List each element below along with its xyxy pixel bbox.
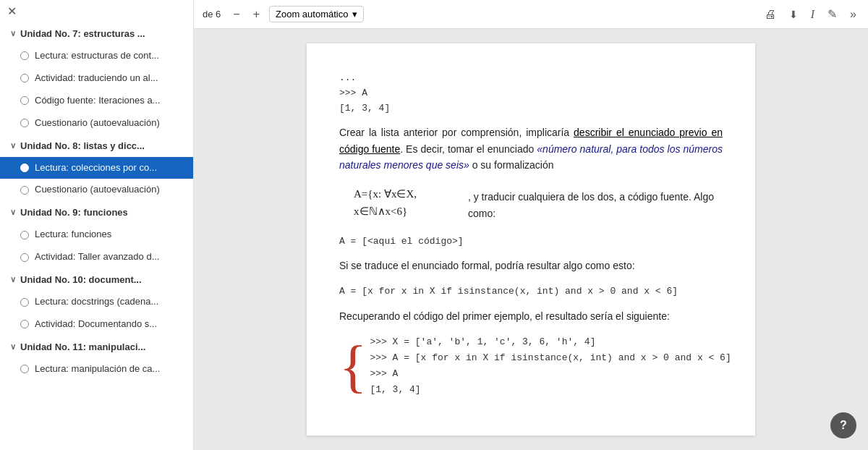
chevron-icon: ∨ <box>10 208 16 217</box>
paragraph-2: Si se traduce el enunciado formal, podrí… <box>339 258 723 273</box>
item-circle-icon <box>20 365 29 373</box>
sidebar-item-7-3[interactable]: Código fuente: Iteraciones a... <box>0 90 193 112</box>
item-label: Actividad: Documentando s... <box>35 318 157 331</box>
item-label: Actividad: traduciendo un al... <box>35 72 158 85</box>
item-label: Lectura: funciones <box>35 229 111 241</box>
zoom-label: Zoom automático <box>276 9 348 20</box>
sidebar-item-11-1[interactable]: Lectura: manipulación de ca... <box>0 358 193 381</box>
code-block-1: ... >>> A [1, 3, 4] <box>339 71 723 116</box>
sidebar-unit-7[interactable]: ∨ Unidad No. 7: estructuras ... <box>0 22 193 45</box>
item-label: Actividad: Taller avanzado d... <box>35 251 159 263</box>
sidebar-item-9-2[interactable]: Actividad: Taller avanzado d... <box>0 246 193 268</box>
item-circle-icon <box>20 186 29 195</box>
sidebar-unit-9[interactable]: ∨ Unidad No. 9: funciones <box>0 201 193 224</box>
sidebar-item-10-2[interactable]: Actividad: Documentando s... <box>0 313 193 336</box>
sidebar-item-10-1[interactable]: Lectura: docstrings (cadena... <box>0 291 193 313</box>
sidebar: ✕ ∨ Unidad No. 7: estructuras ... Lectur… <box>0 0 194 450</box>
sidebar-item-7-4[interactable]: Cuestionario (autoevaluación) <box>0 112 193 135</box>
brace-block: { >>> X = ['a', 'b', 1, 'c', 3, 6, 'h', … <box>339 334 723 398</box>
para1-after: . Es decir, tomar el enunciado <box>400 143 537 155</box>
item-label: Lectura: colecciones por co... <box>35 162 157 174</box>
unit-10-label: Unidad No. 10: document... <box>20 274 142 285</box>
item-circle-icon <box>20 96 29 105</box>
chevron-icon: ∨ <box>10 342 16 352</box>
brace-code: >>> X = ['a', 'b', 1, 'c', 3, 6, 'h', 4]… <box>370 334 731 398</box>
chevron-down-icon: ▾ <box>352 9 357 20</box>
item-label: Lectura: estructuras de cont... <box>35 50 159 62</box>
download-icon[interactable]: ⬇ <box>786 7 801 22</box>
expand-icon[interactable]: » <box>847 7 859 22</box>
content-area[interactable]: ... >>> A [1, 3, 4] Crear la lista anter… <box>194 29 868 450</box>
item-circle-icon <box>20 298 29 307</box>
zoom-in-button[interactable]: + <box>250 7 263 22</box>
print-icon[interactable]: 🖨 <box>762 7 779 22</box>
zoom-select[interactable]: Zoom automático ▾ <box>269 6 364 22</box>
help-label: ? <box>840 419 847 432</box>
formula-rest: , y traducir cualquiera de los dos, a có… <box>468 189 723 221</box>
chevron-icon: ∨ <box>10 141 16 150</box>
item-label: Código fuente: Iteraciones a... <box>35 95 160 107</box>
math-formula: A={x: ∀x∈X, x∈ℕ∧x<6} <box>354 185 464 220</box>
code-block-3: A = [x for x in X if isinstance(x, int) … <box>339 284 723 300</box>
item-circle-icon <box>20 51 29 60</box>
sidebar-item-8-1[interactable]: Lectura: colecciones por co... <box>0 157 193 179</box>
sidebar-unit-8[interactable]: ∨ Unidad No. 8: listas y dicc... <box>0 135 193 157</box>
sidebar-item-7-1[interactable]: Lectura: estructuras de cont... <box>0 45 193 67</box>
edit-icon[interactable]: ✎ <box>825 6 840 22</box>
text-tool-icon[interactable]: I <box>808 7 817 22</box>
code-block-2: A = [<aqui el código>] <box>339 234 723 250</box>
chevron-icon: ∨ <box>10 29 16 38</box>
item-circle-icon <box>20 253 29 262</box>
unit-8-label: Unidad No. 8: listas y dicc... <box>20 140 145 151</box>
item-circle-icon <box>20 320 29 328</box>
item-circle-icon <box>20 231 29 239</box>
item-circle-icon <box>20 164 29 172</box>
page-document: ... >>> A [1, 3, 4] Crear la lista anter… <box>307 43 755 436</box>
close-sidebar-button[interactable]: ✕ <box>0 0 193 22</box>
zoom-out-button[interactable]: − <box>229 7 243 22</box>
paragraph-3: Recuperando el código del primer ejemplo… <box>339 308 723 324</box>
unit-9-label: Unidad No. 9: funciones <box>20 207 128 218</box>
paragraph-1: Crear la lista anterior por comprensión,… <box>339 124 723 173</box>
para1-before: Crear la lista anterior por comprensión,… <box>339 127 574 138</box>
para1-rest: o su formalización <box>469 159 554 171</box>
item-label: Lectura: manipulación de ca... <box>35 363 160 375</box>
item-circle-icon <box>20 119 29 127</box>
toolbar-right: 🖨 ⬇ I ✎ » <box>762 6 859 22</box>
unit-7-label: Unidad No. 7: estructuras ... <box>20 28 145 39</box>
sidebar-unit-11[interactable]: ∨ Unidad No. 11: manipulaci... <box>0 336 193 358</box>
item-label: Lectura: docstrings (cadena... <box>35 296 158 308</box>
help-button[interactable]: ? <box>830 412 856 438</box>
sidebar-item-9-1[interactable]: Lectura: funciones <box>0 224 193 246</box>
chevron-icon: ∨ <box>10 275 16 284</box>
sidebar-item-8-2[interactable]: Cuestionario (autoevaluación) <box>0 179 193 201</box>
item-circle-icon <box>20 74 29 82</box>
item-label: Cuestionario (autoevaluación) <box>35 117 160 130</box>
brace-icon: { <box>339 341 367 391</box>
item-label: Cuestionario (autoevaluación) <box>35 184 160 196</box>
sidebar-unit-10[interactable]: ∨ Unidad No. 10: document... <box>0 268 193 291</box>
sidebar-item-7-2[interactable]: Actividad: traduciendo un al... <box>0 67 193 90</box>
unit-11-label: Unidad No. 11: manipulaci... <box>20 341 145 352</box>
close-icon: ✕ <box>7 4 17 18</box>
main-area: de 6 − + Zoom automático ▾ 🖨 ⬇ I ✎ » ...… <box>194 0 868 450</box>
page-info: de 6 <box>203 9 221 20</box>
toolbar: de 6 − + Zoom automático ▾ 🖨 ⬇ I ✎ » <box>194 0 868 29</box>
plus-icon: + <box>253 8 260 21</box>
formula-line: A={x: ∀x∈X, x∈ℕ∧x<6} , y traducir cualqu… <box>339 184 723 227</box>
minus-icon: − <box>233 8 239 21</box>
